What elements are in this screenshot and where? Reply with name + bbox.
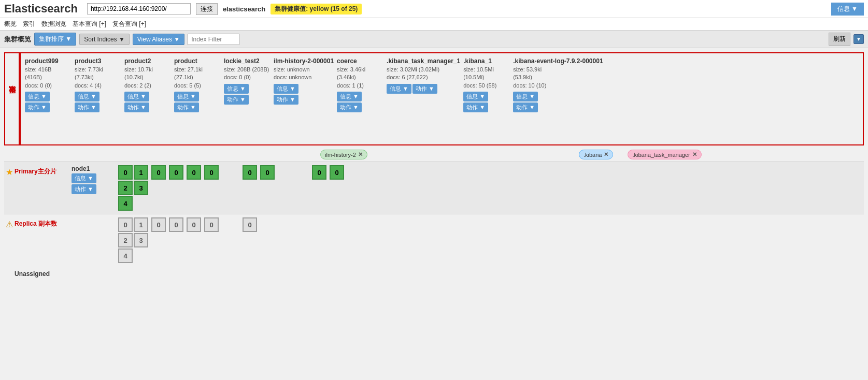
shard-1-product999-replica[interactable]: 1	[134, 217, 148, 232]
index-meta-ilm-history: size: unknowndocs: unknown	[274, 66, 334, 82]
action-btn-product3[interactable]: 动作 ▼	[75, 103, 99, 112]
remove-filter-kibana[interactable]: ✕	[604, 151, 608, 158]
action-btn-kibana1[interactable]: 动作 ▼	[463, 103, 488, 112]
main-content: 索引区域 product999 size: 416B(416B)docs: 0 …	[0, 48, 868, 284]
index-card-product2: product2 size: 10.7ki(10.7ki)docs: 2 (2)…	[124, 57, 171, 140]
shard-grid-kibana-event-primary: 0	[330, 165, 344, 180]
primary-shards-section: ★ Primary主分片 node1 信息 ▼ 动作 ▼ 0 1 2 3 4 0…	[4, 162, 864, 214]
unassigned-label: Unassigned	[15, 268, 72, 277]
shard-0-product999-replica[interactable]: 0	[118, 217, 133, 232]
shard-2-product999-primary[interactable]: 2	[118, 181, 133, 195]
info-btn-kibana-event-log[interactable]: 信息 ▼	[513, 92, 538, 101]
remove-filter-kibana-task-manager[interactable]: ✕	[692, 151, 697, 158]
index-filter-input[interactable]	[188, 34, 239, 45]
info-btn-product3[interactable]: 信息 ▼	[75, 92, 99, 101]
shard-grid-lockie-primary: 0	[204, 165, 219, 180]
shard-1-product999-primary[interactable]: 1	[134, 165, 148, 180]
shard-0-product999-primary[interactable]: 0	[118, 165, 133, 180]
shard-0-product3-primary[interactable]: 0	[151, 165, 166, 180]
shard-grid-product2-primary: 0	[169, 165, 183, 180]
shard-0-product2-replica[interactable]: 0	[169, 217, 183, 232]
index-name-product2: product2	[124, 57, 171, 65]
replica-grid-product2: 0	[169, 217, 183, 232]
sort-indices-btn2[interactable]: Sort Indices ▼	[79, 34, 130, 45]
info-btn-kibana-task-manager[interactable]: 信息 ▼	[387, 84, 411, 94]
shard-0-product3-replica[interactable]: 0	[151, 217, 166, 232]
action-btn-ilm-history[interactable]: 动作 ▼	[274, 95, 298, 105]
filter-tag-kibana-task-manager: .kibana_task_manager✕	[628, 150, 701, 159]
index-meta-coerce: size: 3.46ki(3.46ki)docs: 1 (1)	[337, 66, 383, 90]
shard-3-product999-replica[interactable]: 3	[134, 233, 148, 247]
refresh-button[interactable]: 刷新	[829, 33, 850, 46]
shard-0-coerce-primary[interactable]: 0	[243, 165, 257, 180]
node1-info-btn[interactable]: 信息 ▼	[72, 173, 96, 183]
info-btn-lockie-test2[interactable]: 信息 ▼	[224, 84, 249, 94]
action-btn-product999[interactable]: 动作 ▼	[25, 103, 50, 112]
shard-4-product999-primary[interactable]: 4	[118, 196, 133, 211]
index-meta-product: size: 27.1ki(27.1ki)docs: 5 (5)	[174, 66, 221, 90]
shard-0-coerce-replica[interactable]: 0	[243, 217, 257, 232]
info-btn-product[interactable]: 信息 ▼	[174, 92, 199, 101]
shard-0-product-primary[interactable]: 0	[187, 165, 201, 180]
shard-0-lockie-replica[interactable]: 0	[204, 217, 219, 232]
index-area: 索引区域 product999 size: 416B(416B)docs: 0 …	[4, 52, 864, 145]
index-card-kibana1: .kibana_1 size: 10.5Mi(10.5Mi)docs: 50 (…	[463, 57, 510, 140]
index-name-kibana1: .kibana_1	[463, 57, 510, 65]
index-meta-kibana-task-manager: size: 3.02Mi (3.02Mi)docs: 6 (27,622)	[387, 66, 460, 82]
index-cards-container: product999 size: 416B(416B)docs: 0 (0) 信…	[20, 52, 864, 145]
nav-index[interactable]: 索引	[23, 20, 35, 28]
shard-grid-ktm-primary: 0	[260, 165, 275, 180]
info-btn-kibana1[interactable]: 信息 ▼	[463, 92, 488, 101]
unassigned-row: Unassigned	[4, 266, 864, 280]
shard-0-ktm-primary[interactable]: 0	[260, 165, 275, 180]
shard-0-kibana-event-primary[interactable]: 0	[330, 165, 344, 180]
index-area-label: 索引区域	[4, 52, 20, 145]
shard-grid-product3-primary: 0	[151, 165, 166, 180]
info-btn-product2[interactable]: 信息 ▼	[124, 92, 149, 101]
replica-label: Replica 副本数	[15, 220, 72, 228]
filter-tag-kibana: .kibana✕	[579, 150, 613, 159]
shard-0-lockie-primary[interactable]: 0	[204, 165, 219, 180]
action-btn-coerce[interactable]: 动作 ▼	[337, 103, 362, 112]
info-top-button[interactable]: 信息 ▼	[831, 3, 864, 16]
shard-4-product999-replica[interactable]: 4	[118, 249, 133, 263]
action-btn-product2[interactable]: 动作 ▼	[124, 103, 149, 112]
refresh-dropdown[interactable]: ▼	[853, 34, 864, 44]
index-name-kibana-event-log: .kibana-event-log-7.9.2-000001	[513, 57, 603, 65]
action-btn-lockie-test2[interactable]: 动作 ▼	[224, 95, 249, 105]
nav-data-browse[interactable]: 数据浏览	[41, 20, 66, 28]
action-btn-kibana-event-log[interactable]: 动作 ▼	[513, 103, 538, 112]
shard-3-product999-primary[interactable]: 3	[134, 181, 148, 195]
remove-filter-ilm-history[interactable]: ✕	[358, 151, 363, 158]
connect-button[interactable]: 连接	[196, 3, 218, 15]
shard-0-product2-primary[interactable]: 0	[169, 165, 183, 180]
index-card-product3: product3 size: 7.73ki(7.73ki)docs: 4 (4)…	[75, 57, 121, 140]
index-card-kibana-event-log: .kibana-event-log-7.9.2-000001 size: 53.…	[513, 57, 603, 140]
view-aliases-button[interactable]: View Aliases ▼	[133, 34, 184, 45]
filter-tag-ilm-history: ilm-history-2✕	[320, 150, 367, 159]
app-title: Elasticsearch	[4, 2, 78, 16]
shard-0-product-replica[interactable]: 0	[187, 217, 201, 232]
nav-basic-query[interactable]: 基本查询 [+]	[73, 20, 106, 28]
info-btn-product999[interactable]: 信息 ▼	[25, 92, 50, 101]
shard-0-kibana1-primary[interactable]: 0	[312, 165, 326, 180]
info-btn-ilm-history[interactable]: 信息 ▼	[274, 84, 298, 94]
shard-grid-product999-primary: 0 1 2 3 4	[118, 165, 148, 211]
nav-complex-query[interactable]: 复合查询 [+]	[112, 20, 146, 28]
shard-2-product999-replica[interactable]: 2	[118, 233, 133, 247]
node1-action-btn[interactable]: 动作 ▼	[72, 184, 96, 194]
nav-overview[interactable]: 概览	[4, 20, 17, 28]
info-btn-coerce[interactable]: 信息 ▼	[337, 92, 362, 101]
action-btn-kibana-task-manager[interactable]: 动作 ▼	[412, 84, 437, 94]
index-meta-product2: size: 10.7ki(10.7ki)docs: 2 (2)	[124, 66, 171, 90]
index-card-ilm-history: ilm-history-2-000001 size: unknowndocs: …	[274, 57, 334, 140]
index-card-kibana-task-manager: .kibana_task_manager_1 size: 3.02Mi (3.0…	[387, 57, 460, 140]
unassigned-node-spacer	[72, 217, 118, 220]
sort-indices-button[interactable]: 集群排序 ▼	[34, 33, 76, 46]
index-card-product999: product999 size: 416B(416B)docs: 0 (0) 信…	[25, 57, 72, 140]
index-name-product999: product999	[25, 57, 72, 65]
action-btn-product[interactable]: 动作 ▼	[174, 103, 199, 112]
url-input[interactable]	[87, 3, 191, 14]
index-name-product: product	[174, 57, 221, 65]
cluster-name: elasticsearch	[223, 5, 265, 13]
